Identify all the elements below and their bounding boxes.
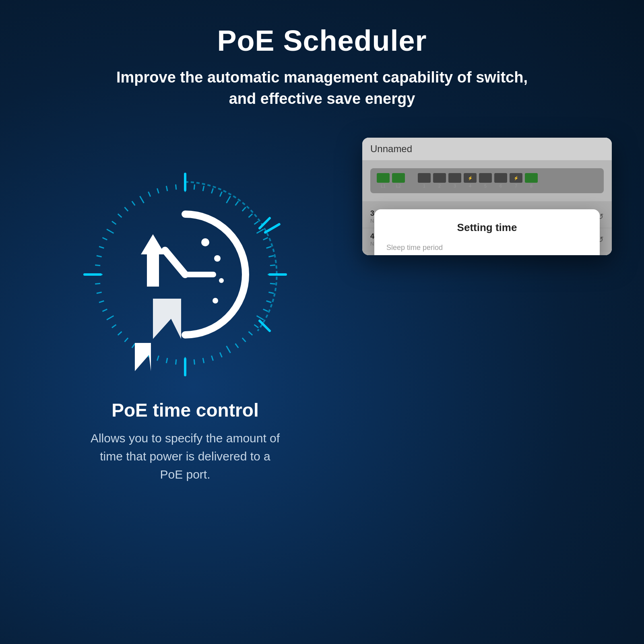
svg-line-10 [212,188,213,193]
svg-line-8 [194,185,194,190]
svg-line-26 [263,310,268,312]
port-3-col: 3 [448,173,461,188]
svg-line-39 [166,358,167,363]
svg-line-44 [124,338,128,342]
port-3 [448,173,461,183]
svg-line-14 [242,207,246,211]
svg-line-36 [194,359,194,365]
port-4: ⚡ [464,173,477,183]
port-l2 [392,173,405,183]
svg-line-34 [212,356,213,361]
svg-line-40 [157,356,159,361]
clock-label: PoE time control [111,399,258,421]
port-l1-col: L1 [377,173,390,188]
svg-line-24 [268,292,274,293]
svg-line-48 [102,310,107,312]
svg-line-56 [102,238,107,240]
svg-line-65 [166,186,167,191]
port-4-col: ⚡ 4 [464,173,477,188]
port-1 [418,173,431,183]
lightning-4: ⚡ [468,176,473,180]
port-7: ⚡ [510,173,522,183]
port-l1 [377,173,390,183]
svg-line-51 [95,284,100,284]
sleep-label: Sleep time period [386,244,588,252]
svg-line-47 [107,316,114,320]
port-2-col: 2 [433,173,446,188]
svg-line-9 [203,186,204,191]
svg-line-15 [249,214,253,218]
svg-line-2 [260,218,270,228]
header-section: PoE Scheduler Improve the automatic mana… [0,0,644,122]
port-3-label: 3 [454,184,456,188]
clock-desc: Allows you to specify the amount of time… [89,429,282,483]
svg-line-28 [254,325,259,328]
port-8 [525,173,538,183]
port-6-label: 6 [500,184,502,188]
modal-overlay: 3 Note 2 ——— ↺ 4 Note 2 1.8W [362,201,612,255]
svg-line-13 [235,201,239,206]
svg-point-71 [201,238,209,246]
svg-line-66 [175,185,176,190]
svg-line-35 [203,358,204,363]
svg-line-25 [266,301,271,303]
main-title: PoE Scheduler [0,24,644,57]
svg-line-38 [175,359,176,365]
phone-panel: Unnamed L1 L2 1 [362,138,612,255]
svg-line-27 [257,316,264,320]
svg-point-73 [219,278,224,283]
svg-rect-70 [147,250,159,287]
port-8-col: 8 [525,173,538,188]
port-l1-label: L1 [381,184,386,188]
port-8-label: 8 [530,184,533,188]
svg-line-60 [124,207,128,211]
port-2 [433,173,446,183]
svg-line-18 [263,238,268,240]
port-1-label: 1 [423,184,425,188]
svg-line-17 [257,229,264,233]
switch-area: L1 L2 1 2 3 [362,160,612,201]
svg-line-45 [118,332,122,335]
svg-line-57 [107,229,114,233]
svg-line-67 [165,250,185,275]
svg-line-29 [249,332,253,335]
svg-line-53 [95,265,100,266]
port-6-col: 6 [494,173,507,188]
svg-line-54 [97,256,102,257]
svg-line-11 [220,192,222,197]
port-5 [479,173,492,183]
svg-line-21 [270,265,275,266]
subtitle: Improve the automatic management capabil… [0,67,644,109]
port-5-label: 5 [484,184,487,188]
port-4-label: 4 [469,184,471,188]
port-l2-col: L2 [392,173,405,188]
switch-device: L1 L2 1 2 3 [370,168,604,193]
svg-line-23 [270,284,275,284]
subtitle-line2: and effective save energy [229,90,415,107]
svg-line-49 [99,301,104,303]
svg-point-72 [214,255,221,262]
svg-line-32 [227,346,231,353]
svg-line-31 [235,344,239,348]
svg-line-46 [112,325,116,328]
svg-line-64 [157,188,159,193]
svg-line-33 [220,353,222,357]
device-name: Unnamed [362,138,612,160]
svg-line-59 [118,214,122,218]
modal-backdrop: Setting time Sleep time period Off ✕ fro… [362,201,612,255]
svg-line-12 [227,196,231,203]
port-2-label: 2 [438,184,441,188]
port-7-col: ⚡ 7 [510,173,522,188]
port-l2-label: L2 [396,184,401,188]
lightning-7: ⚡ [514,176,518,180]
subtitle-line1: Improve the automatic management capabil… [116,69,528,86]
port-7-label: 7 [515,184,517,188]
svg-line-58 [112,221,116,225]
svg-line-16 [254,221,259,225]
svg-line-62 [140,196,144,203]
svg-point-74 [213,298,218,303]
port-6 [494,173,507,183]
content-area: PoE time control Allows you to specify t… [0,138,644,483]
svg-line-61 [132,201,135,206]
svg-line-63 [148,192,150,197]
